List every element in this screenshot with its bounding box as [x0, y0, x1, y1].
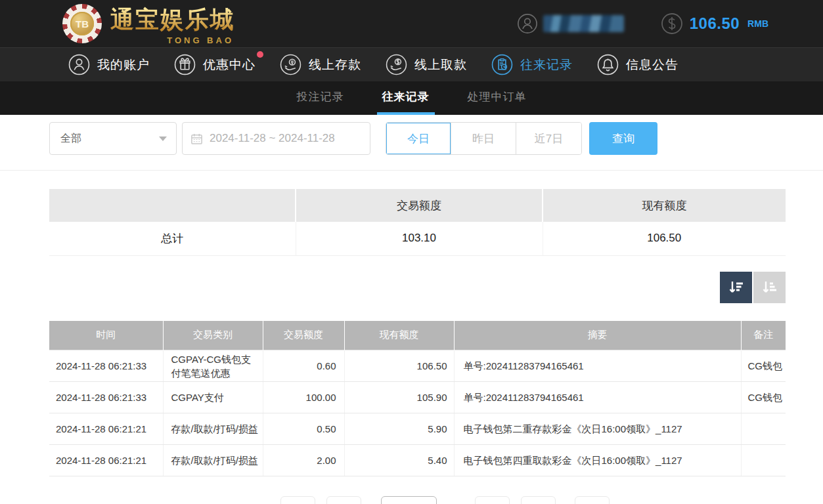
pagination-last-button[interactable] [521, 496, 556, 504]
logo-text: 通宝娱乐城 TONG BAO [110, 4, 235, 44]
user-icon [68, 54, 90, 75]
type-select-value: 全部 [60, 132, 81, 146]
col-type: 交易类别 [163, 321, 263, 350]
cell-balance: 5.40 [344, 445, 454, 476]
nav-transaction-records[interactable]: 往来记录 [491, 54, 573, 75]
sort-descending-icon [727, 278, 745, 297]
quick-today-button[interactable]: 今日 [386, 123, 451, 154]
records-icon [491, 54, 513, 75]
table-row: 2024-11-28 06:21:33 CGPAY-CG钱包支付笔笔送优惠 0.… [49, 350, 786, 382]
summary-total-label: 总计 [49, 222, 296, 255]
section-divider [0, 170, 823, 171]
records-table: 时间 交易类别 交易额度 现有额度 摘要 备注 2024-11-28 06:21… [49, 321, 786, 477]
user-account[interactable] [517, 13, 624, 34]
summary-total-row: 总计 103.10 106.50 [49, 222, 786, 255]
table-row: 2024-11-28 06:21:21 存款/取款/打码/损益 2.00 5.4… [49, 445, 786, 476]
nav-online-deposit[interactable]: 线上存款 [280, 54, 361, 75]
cell-summary: 电子钱包第四重取款彩金《次日16:00领取》_1127 [454, 445, 741, 476]
cell-remark: CG钱包 [741, 382, 786, 413]
pagination-next-button[interactable] [475, 496, 510, 504]
cell-amount: 2.00 [263, 445, 344, 476]
tab-processing-orders[interactable]: 处理中订单 [462, 81, 532, 115]
cell-summary: 单号:202411283794165461 [454, 350, 741, 382]
deposit-icon [280, 54, 301, 75]
cell-time: 2024-11-28 06:21:33 [49, 382, 163, 413]
records-header-row: 时间 交易类别 交易额度 现有额度 摘要 备注 [49, 321, 786, 350]
nav-label: 线上取款 [414, 56, 467, 74]
top-header: TB 通宝娱乐城 TONG BAO 106.50 [0, 0, 823, 47]
nav-label: 我的账户 [97, 56, 150, 74]
main-navigation: 我的账户 优惠中心 线上存款 [0, 47, 823, 81]
col-remark: 备注 [741, 321, 786, 350]
cell-amount: 100.00 [263, 382, 344, 413]
balance-amount: 106.50 [690, 14, 740, 33]
wallet-balance[interactable]: 106.50 RMB [661, 12, 768, 35]
nav-label: 线上存款 [309, 56, 361, 74]
summary-balance-total: 106.50 [543, 222, 786, 255]
sort-descending-button[interactable] [720, 272, 752, 303]
calendar-icon [190, 133, 203, 145]
username-redacted [543, 15, 624, 32]
nav-announcements[interactable]: 信息公告 [597, 54, 678, 75]
date-range-value: 2024-11-28 ~ 2024-11-28 [210, 132, 335, 145]
table-row: 2024-11-28 06:21:21 存款/取款/打码/损益 0.50 5.9… [49, 413, 786, 445]
user-avatar-icon [517, 13, 538, 34]
col-summary: 摘要 [454, 321, 741, 350]
cell-amount: 0.50 [263, 413, 344, 445]
summary-header-transaction: 交易额度 [296, 189, 543, 222]
quick-yesterday-button[interactable]: 昨日 [451, 123, 516, 154]
cell-balance: 5.90 [344, 413, 454, 445]
col-amount: 交易额度 [263, 321, 344, 350]
summary-header-row: 交易额度 现有额度 [49, 189, 786, 222]
balance-currency: RMB [747, 18, 768, 29]
sort-ascending-icon [761, 278, 779, 297]
tab-betting-records[interactable]: 投注记录 [292, 81, 349, 115]
casino-chip-icon: TB [62, 4, 102, 43]
filter-bar: 全部 2024-11-28 ~ 2024-11-28 今日 昨日 近7日 查询 [49, 122, 786, 155]
cell-summary: 单号:202411283794165461 [454, 382, 741, 413]
cell-balance: 106.50 [344, 350, 454, 382]
chevron-down-icon [159, 136, 167, 141]
cell-type: 存款/取款/打码/损益 [163, 413, 263, 445]
nav-label: 优惠中心 [203, 56, 256, 74]
cell-balance: 105.90 [344, 382, 454, 413]
pagination-page-select[interactable] [381, 496, 437, 504]
col-time: 时间 [49, 321, 163, 350]
pagination [49, 496, 786, 504]
quick-last7days-button[interactable]: 近7日 [516, 123, 581, 154]
withdraw-icon [386, 54, 407, 75]
sort-ascending-button[interactable] [753, 272, 786, 303]
nav-label: 信息公告 [626, 56, 678, 74]
cell-amount: 0.60 [263, 350, 344, 382]
cell-summary: 电子钱包第二重存款彩金《次日16:00领取》_1127 [454, 413, 741, 445]
pagination-first-button[interactable] [280, 496, 315, 504]
nav-my-account[interactable]: 我的账户 [68, 54, 150, 75]
nav-label: 往来记录 [520, 56, 573, 74]
cell-time: 2024-11-28 06:21:33 [49, 350, 163, 382]
cell-remark [741, 413, 786, 445]
table-row: 2024-11-28 06:21:33 CGPAY支付 100.00 105.9… [49, 382, 786, 413]
logo[interactable]: TB 通宝娱乐城 TONG BAO [62, 4, 235, 44]
nav-promotions[interactable]: 优惠中心 [174, 54, 256, 75]
pagination-prev-button[interactable] [326, 496, 361, 504]
type-select[interactable]: 全部 [49, 122, 177, 155]
cell-type: CGPAY支付 [163, 382, 263, 413]
record-subtabs: 投注记录 往来记录 处理中订单 [0, 81, 823, 115]
summary-transaction-total: 103.10 [296, 222, 543, 255]
summary-table: 交易额度 现有额度 总计 103.10 106.50 [49, 189, 786, 256]
bell-icon [597, 54, 619, 75]
quick-date-group: 今日 昨日 近7日 [386, 122, 582, 155]
site-title: 通宝娱乐城 [110, 4, 235, 36]
cell-time: 2024-11-28 06:21:21 [49, 413, 163, 445]
cell-remark: CG钱包 [741, 350, 786, 382]
sort-controls [49, 272, 786, 303]
date-range-input[interactable]: 2024-11-28 ~ 2024-11-28 [182, 122, 370, 155]
search-button[interactable]: 查询 [589, 122, 657, 155]
pagination-go-button[interactable] [575, 496, 610, 504]
nav-online-withdrawal[interactable]: 线上取款 [386, 54, 467, 75]
coin-icon [661, 12, 683, 35]
site-subtitle: TONG BAO [167, 35, 234, 45]
chip-monogram: TB [70, 12, 94, 35]
tab-transaction-records[interactable]: 往来记录 [377, 81, 435, 115]
cell-remark [741, 445, 786, 476]
